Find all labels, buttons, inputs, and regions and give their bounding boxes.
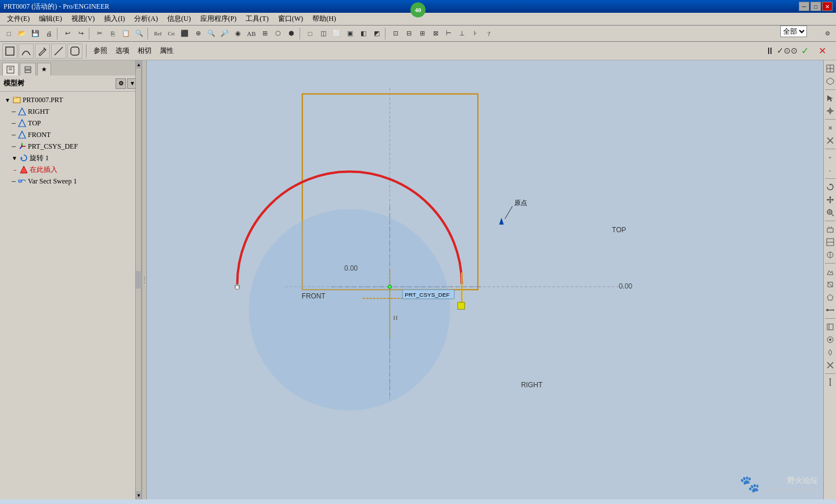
rt-s6[interactable] [824, 291, 836, 303]
sketch-round-icon[interactable] [67, 44, 82, 59]
tb-btn7[interactable]: ◉ [232, 27, 244, 40]
menu-analysis[interactable]: 分析(A) [129, 13, 163, 25]
tb-btn22[interactable]: ⊢ [442, 27, 455, 40]
tb-redo[interactable]: ↪ [74, 27, 87, 40]
menu-tools[interactable]: 工具(T) [241, 13, 273, 25]
rt-s12[interactable] [824, 376, 836, 388]
pause-button[interactable]: ⏸ [763, 44, 777, 58]
tb-save[interactable]: 💾 [29, 27, 42, 40]
tb-btn24[interactable]: ⊦ [469, 27, 482, 40]
tb-open[interactable]: 📂 [16, 27, 28, 40]
tb-btn20[interactable]: ⊞ [416, 27, 428, 40]
tb-btn21[interactable]: ⊠ [429, 27, 442, 40]
tb-btn2[interactable]: Crt [165, 27, 178, 40]
menu-help[interactable]: 帮助(H) [308, 13, 341, 25]
tb-sfind[interactable]: 🔍 [133, 27, 146, 40]
rt-s1[interactable] [824, 224, 836, 235]
tb-btn6[interactable]: 🔎 [218, 27, 231, 40]
sketch-edit-icon[interactable] [35, 44, 50, 59]
rt-s8[interactable] [824, 321, 836, 333]
tb-settings[interactable]: ⚙ [821, 27, 834, 40]
tree-item-rotate[interactable]: ▼ 旋转 1 [0, 152, 141, 164]
close-button[interactable]: ✕ [822, 2, 833, 11]
tb-print[interactable]: 🖨 [42, 27, 55, 40]
sketch-arc-icon[interactable] [19, 44, 34, 59]
rt-cross2[interactable] [824, 135, 836, 146]
rt-cross1[interactable]: ✕ [824, 122, 836, 134]
tb-btn23[interactable]: ⊥ [456, 27, 469, 40]
tb-btn13[interactable]: ◫ [317, 27, 330, 40]
rt-s10[interactable] [824, 347, 836, 358]
rt-s7[interactable] [824, 304, 836, 316]
sketch-rect-icon[interactable] [2, 44, 17, 59]
tb-btn10[interactable]: ⬡ [272, 27, 284, 40]
tb-btn4[interactable]: ⊕ [192, 27, 204, 40]
tb-btn8[interactable]: AB [245, 27, 258, 40]
tree-tool-settings[interactable]: ⚙ [116, 78, 126, 89]
tree-item-front[interactable]: ─ FRONT [0, 129, 141, 141]
check-state-button[interactable]: ✓⊙⊙ [780, 44, 794, 58]
tb-btn25[interactable]: ? [482, 27, 495, 40]
cancel-button[interactable]: ✕ [815, 44, 829, 58]
menu-window[interactable]: 窗口(W) [273, 13, 308, 25]
tb-cut[interactable]: ✂ [93, 27, 106, 40]
menu-edit[interactable]: 编辑(E) [34, 13, 66, 25]
tb-btn5[interactable]: 🔍 [205, 27, 218, 40]
rt-pan[interactable] [824, 194, 836, 206]
rt-spin[interactable] [824, 181, 836, 193]
tb-btn9[interactable]: ⊞ [258, 27, 271, 40]
rt-view-3d[interactable] [824, 75, 836, 87]
tree-item-insert[interactable]: → 在此插入 [0, 164, 141, 175]
menu-apps[interactable]: 应用程序(P) [196, 13, 242, 25]
rt-s4[interactable] [824, 266, 836, 278]
tb-btn18[interactable]: ⊡ [389, 27, 402, 40]
rt-arrow-select[interactable] [824, 92, 836, 104]
rt-pick[interactable] [824, 105, 836, 117]
scroll-down[interactable]: ▼ [136, 491, 142, 499]
rt-zoom-out[interactable]: - [824, 164, 836, 176]
tb-btn17[interactable]: ◩ [370, 27, 383, 40]
rt-s11[interactable] [824, 359, 836, 371]
tree-item-csys[interactable]: ─ ✕ PRT_CSYS_DEF [0, 141, 141, 152]
tb-copy[interactable]: ⎘ [106, 27, 119, 40]
menu-file[interactable]: 文件(E) [2, 13, 34, 25]
maximize-button[interactable]: □ [810, 2, 821, 11]
feat-options-label[interactable]: 选项 [112, 46, 133, 56]
panel-resize-handle[interactable] [142, 60, 147, 499]
tb-btn3[interactable]: ⬛ [178, 27, 191, 40]
tb-btn19[interactable]: ⊟ [402, 27, 415, 40]
tb-paste[interactable]: 📋 [120, 27, 132, 40]
rt-s5[interactable] [824, 279, 836, 290]
left-scrollbar[interactable]: ▲ ▼ [135, 60, 141, 499]
tb-btn1[interactable]: Ref [152, 27, 164, 40]
rt-zoom-window[interactable] [824, 207, 836, 218]
tb-btn12[interactable]: □ [304, 27, 316, 40]
rt-zoom-in[interactable]: + [824, 152, 836, 163]
tb-btn15[interactable]: ▣ [344, 27, 356, 40]
tree-item-top[interactable]: ─ TOP [0, 117, 141, 129]
scroll-thumb[interactable] [136, 271, 142, 289]
menu-insert[interactable]: 插入(I) [99, 13, 129, 25]
tb-undo[interactable]: ↩ [61, 27, 74, 40]
menu-view[interactable]: 视图(V) [67, 13, 100, 25]
tb-btn16[interactable]: ◧ [357, 27, 370, 40]
rt-s3[interactable] [824, 249, 836, 261]
ok-button[interactable]: ✓ [798, 44, 812, 58]
rt-s2[interactable] [824, 236, 836, 248]
minimize-button[interactable]: ─ [799, 2, 809, 11]
feat-tangent-label[interactable]: 相切 [134, 46, 155, 56]
tab-layers[interactable] [20, 63, 36, 75]
tree-item-right[interactable]: ─ RIGHT [0, 106, 141, 117]
tree-item-root[interactable]: ▼ PRT0007.PRT [0, 94, 141, 106]
scroll-up[interactable]: ▲ [136, 60, 142, 69]
tree-item-sweep[interactable]: ─ Var Sect Sweep 1 [0, 175, 141, 187]
tb-btn11[interactable]: ⬢ [285, 27, 298, 40]
filter-dropdown[interactable]: 全部 零件 组件 [780, 26, 807, 37]
tab-model-tree[interactable] [2, 63, 19, 75]
tb-btn14[interactable]: ⬜ [330, 27, 343, 40]
feat-props-label[interactable]: 属性 [156, 46, 177, 56]
tb-new[interactable]: □ [2, 27, 15, 40]
sketch-line-icon[interactable] [51, 44, 66, 59]
rt-view-orient[interactable] [824, 63, 836, 74]
feat-ref-label[interactable]: 参照 [90, 46, 111, 56]
